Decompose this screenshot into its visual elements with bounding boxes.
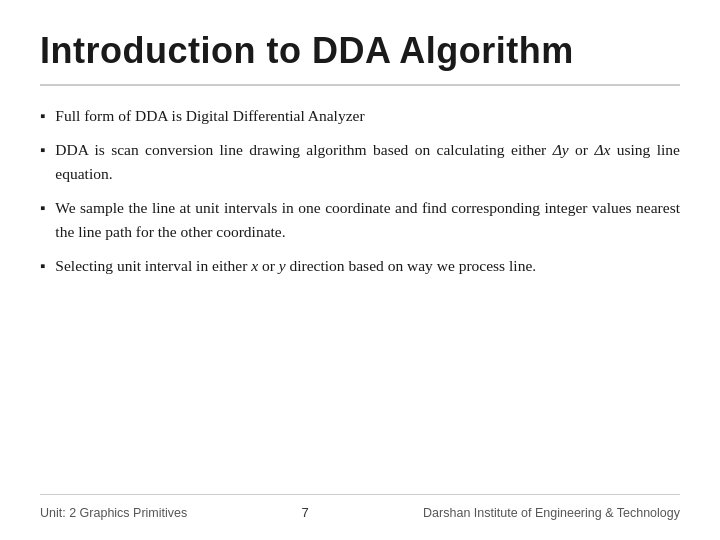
bullet-text-4: Selecting unit interval in either x or y… xyxy=(55,254,680,278)
bullet-symbol-3: ▪ xyxy=(40,197,45,220)
bullet-symbol-1: ▪ xyxy=(40,105,45,128)
slide-title: Introduction to DDA Algorithm xyxy=(40,30,680,72)
delta-y: Δy xyxy=(553,141,569,158)
bullet-text-3: We sample the line at unit intervals in … xyxy=(55,196,680,244)
bullet-text-1: Full form of DDA is Digital Differential… xyxy=(55,104,680,128)
footer: Unit: 2 Graphics Primitives 7 Darshan In… xyxy=(40,494,680,520)
bullet-text-2: DDA is scan conversion line drawing algo… xyxy=(55,138,680,186)
footer-institute: Darshan Institute of Engineering & Techn… xyxy=(423,506,680,520)
bullet-symbol-2: ▪ xyxy=(40,139,45,162)
title-divider xyxy=(40,84,680,86)
slide: Introduction to DDA Algorithm ▪ Full for… xyxy=(0,0,720,540)
delta-x: Δx xyxy=(594,141,610,158)
footer-unit: Unit: 2 Graphics Primitives xyxy=(40,506,187,520)
bullet-item-2: ▪ DDA is scan conversion line drawing al… xyxy=(40,138,680,186)
var-x: x xyxy=(251,257,258,274)
bullet-symbol-4: ▪ xyxy=(40,255,45,278)
footer-page-number: 7 xyxy=(302,505,309,520)
content-area: ▪ Full form of DDA is Digital Differenti… xyxy=(40,104,680,494)
var-y: y xyxy=(279,257,286,274)
bullet-item-4: ▪ Selecting unit interval in either x or… xyxy=(40,254,680,278)
bullet-item-3: ▪ We sample the line at unit intervals i… xyxy=(40,196,680,244)
bullet-item-1: ▪ Full form of DDA is Digital Differenti… xyxy=(40,104,680,128)
